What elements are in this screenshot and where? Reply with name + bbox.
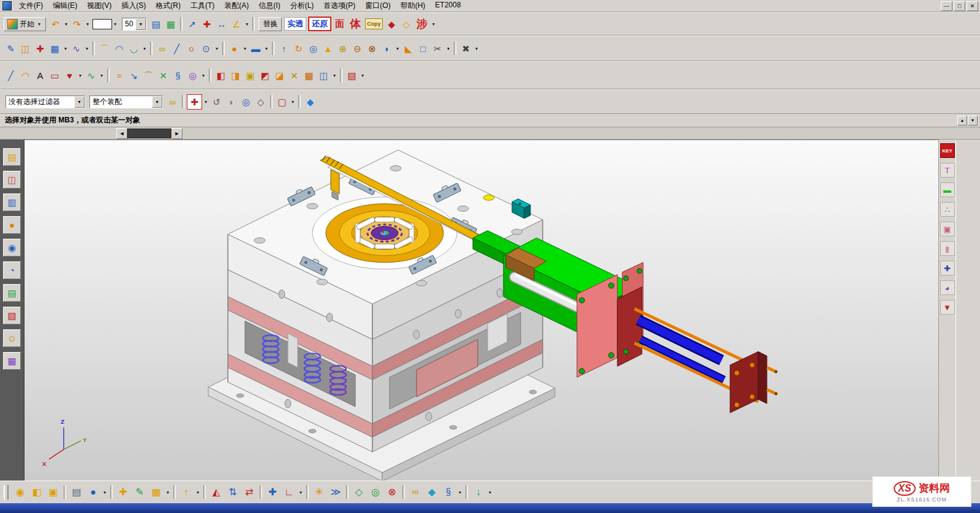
red-solid-icon[interactable]: ◆ [385, 17, 399, 31]
line-icon[interactable]: ╱ [170, 42, 184, 56]
add-component-icon[interactable]: ✚ [115, 484, 131, 500]
extrude-icon[interactable]: ↑ [277, 42, 291, 56]
offset-region-icon[interactable]: ▣ [243, 69, 257, 83]
pattern-curve-icon[interactable]: ▦ [48, 42, 62, 56]
project-curve-icon[interactable]: ↘ [127, 69, 141, 83]
revolve-icon[interactable]: ↻ [292, 42, 306, 56]
chevron-down-icon[interactable]: ▾ [135, 18, 146, 30]
line-curve-icon[interactable]: ╱ [4, 69, 18, 83]
point-constructor-icon[interactable]: ✚ [200, 17, 214, 31]
pattern-face-icon[interactable]: ▦ [302, 69, 316, 83]
helix-icon[interactable]: § [171, 69, 185, 83]
dropdown-arrow[interactable]: ▾ [85, 21, 91, 27]
translucent-button[interactable]: 实透 [284, 17, 306, 31]
dropdown-arrow[interactable]: ▾ [77, 73, 83, 78]
dropdown-arrow[interactable]: ▾ [394, 46, 401, 51]
dropdown-arrow[interactable]: ▾ [487, 490, 493, 495]
boss-icon[interactable]: ▲ [321, 42, 335, 56]
insert-icon[interactable]: ▣ [940, 222, 955, 236]
tube-tool-icon[interactable]: ▮ [940, 241, 955, 256]
layer-combo[interactable]: 50 ▾ [122, 18, 146, 31]
dropdown-arrow[interactable]: ▾ [244, 21, 250, 27]
assembly-rings-icon[interactable]: ∞ [165, 95, 179, 109]
menu-item[interactable]: 文件(F) [14, 0, 48, 13]
minimize-button[interactable]: — [941, 1, 952, 11]
hole-icon[interactable]: ◎ [306, 42, 320, 56]
toolbar-grip[interactable] [4, 485, 9, 500]
cue-right-arrow[interactable]: ► [172, 128, 183, 139]
key-tool-icon[interactable]: KEY [940, 143, 955, 158]
shaded-cube-icon[interactable]: ◆ [303, 95, 317, 109]
resize-blend-icon[interactable]: ◪ [273, 69, 287, 83]
copy-face-button[interactable]: Copy [365, 18, 383, 29]
sphere-icon[interactable]: ● [227, 42, 241, 56]
edge-blend-icon[interactable]: ◗ [380, 42, 394, 56]
restore-display-button[interactable]: 还原 [308, 17, 331, 31]
roles-icon[interactable]: ☺ [3, 329, 21, 347]
dropdown-arrow[interactable]: ▾ [63, 21, 69, 27]
studio-spline-icon[interactable]: ∿ [69, 42, 83, 56]
dropdown-arrow[interactable]: ▾ [473, 46, 480, 51]
vector-constructor-icon[interactable]: ↗ [185, 17, 199, 31]
gear-hub[interactable] [368, 225, 402, 242]
import-icon[interactable]: ↓ [470, 484, 486, 500]
pull-face-icon[interactable]: ◨ [228, 69, 243, 83]
new-component-icon[interactable]: ✎ [132, 484, 148, 500]
dropdown-arrow[interactable]: ▾ [62, 46, 69, 51]
dropdown-arrow[interactable]: ▾ [242, 46, 248, 51]
measure-distance-icon[interactable]: ↔ [214, 17, 228, 31]
wave-body-icon[interactable]: ◇ [399, 17, 413, 31]
profile-icon[interactable]: ⌒ [97, 42, 111, 56]
orbit-icon[interactable]: ↺ [209, 95, 224, 109]
chamfer-icon[interactable]: ◣ [401, 42, 415, 56]
menu-item[interactable]: 插入(S) [116, 0, 151, 13]
menu-item[interactable]: 格式(R) [151, 0, 186, 13]
move-component-icon[interactable]: ✚ [265, 484, 281, 500]
menu-item[interactable]: 首选项(P) [318, 0, 360, 13]
arc-curve-icon[interactable]: ◠ [18, 69, 32, 83]
rings-icon[interactable]: ∞ [407, 484, 423, 500]
snap-point-icon[interactable]: ✚ [187, 94, 202, 110]
arc-icon[interactable]: ◠ [112, 42, 126, 56]
dropdown-arrow[interactable]: ▾ [195, 490, 201, 495]
intersect-curve-icon[interactable]: ✕ [156, 69, 170, 83]
dropdown-arrow[interactable]: ▾ [331, 73, 337, 78]
direct-sketch-icon[interactable]: ✎ [4, 42, 18, 56]
dropdown-arrow[interactable]: ▾ [200, 73, 206, 78]
web-browser-icon[interactable]: ◉ [3, 239, 21, 256]
menu-item[interactable]: ET2008 [430, 0, 466, 13]
reuse-library-icon[interactable]: ● [3, 216, 21, 234]
spline-curve-icon[interactable]: ∿ [84, 69, 98, 83]
plane-icon[interactable]: ◇ [254, 95, 268, 109]
palette-icon[interactable]: ▧ [3, 307, 21, 324]
assembly-navigator-icon[interactable]: ▤ [3, 148, 21, 166]
replace-button[interactable]: 替换 [258, 17, 282, 31]
chevron-down-icon[interactable]: ▾ [152, 96, 162, 108]
component-preview-icon[interactable]: ▣ [45, 484, 61, 500]
explode-icon[interactable]: ✳ [311, 484, 327, 500]
chevron-down-icon[interactable]: ▾ [74, 96, 85, 108]
prompt-scroll-up[interactable]: ▲ [957, 116, 967, 125]
delete-face-icon[interactable]: ✕ [287, 69, 301, 83]
pattern-component-icon[interactable]: ▦ [148, 484, 164, 500]
menu-item[interactable]: 帮助(H) [396, 0, 431, 13]
conic-icon[interactable]: ◡ [127, 42, 141, 56]
offset-curve-icon[interactable]: ≈ [112, 69, 126, 83]
replace-component-icon[interactable]: ⇄ [241, 484, 257, 500]
dropdown-arrow[interactable]: ▾ [290, 99, 296, 105]
cue-left-arrow[interactable]: ◄ [116, 128, 127, 139]
trim-body-icon[interactable]: ✂ [431, 42, 445, 56]
layer-category-icon[interactable]: ▦ [164, 17, 178, 31]
check-part-icon[interactable]: ● [85, 484, 101, 500]
cue-scroll-handle[interactable] [127, 129, 172, 138]
promote-body-icon[interactable]: ↑ [178, 484, 194, 500]
scene-icon[interactable]: ▦ [3, 352, 21, 370]
prompt-scroll-down[interactable]: ▼ [968, 116, 978, 125]
dropdown-arrow[interactable]: ▾ [214, 46, 220, 51]
chevron-down-icon[interactable]: ▾ [431, 21, 437, 27]
menu-item[interactable]: 工具(T) [186, 0, 219, 13]
chevron-down-icon[interactable]: ▾ [112, 21, 118, 27]
wedge-icon[interactable]: ◗ [224, 95, 238, 109]
shell-icon[interactable]: □ [416, 42, 430, 56]
dropdown-arrow[interactable]: ▾ [203, 99, 209, 105]
